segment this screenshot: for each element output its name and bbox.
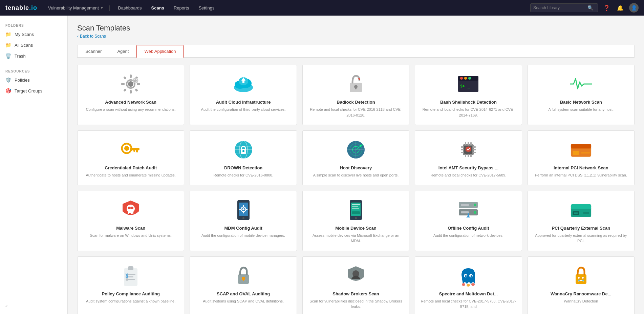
template-credentialed-patch[interactable]: Credentialed Patch Audit Authenticate to…	[77, 130, 184, 185]
svg-rect-3	[121, 83, 125, 85]
template-name: Bash Shellshock Detection	[440, 100, 497, 105]
template-desc: Remote and local checks for CVE-2017-568…	[430, 172, 506, 178]
sidebar-item-target-groups[interactable]: 🎯 Target Groups	[0, 85, 67, 96]
template-name: Policy Compliance Auditing	[102, 291, 159, 296]
template-icon-drown	[233, 139, 254, 161]
svg-rect-1	[130, 75, 132, 78]
tab-agent[interactable]: Agent	[109, 45, 136, 58]
svg-rect-20	[355, 87, 357, 89]
templates-grid: Advanced Network Scan Configure a scan w…	[77, 65, 635, 314]
template-mobile-device[interactable]: Mobile Device Scan Assess mobile devices…	[302, 191, 409, 251]
svg-point-24	[460, 77, 463, 80]
svg-rect-52	[468, 154, 469, 157]
library-search[interactable]: 🔍	[530, 3, 598, 12]
svg-rect-2	[130, 90, 132, 93]
svg-rect-55	[461, 149, 464, 150]
logo[interactable]: tenable.io	[5, 4, 37, 12]
svg-rect-58	[473, 149, 476, 150]
nav-settings[interactable]: Settings	[194, 0, 219, 16]
template-icon-cloud	[233, 73, 254, 95]
tab-scanner[interactable]: Scanner	[78, 45, 109, 58]
target-icon: 🎯	[5, 88, 11, 93]
template-icon-chip	[457, 139, 479, 161]
template-icon-phone	[345, 199, 367, 221]
svg-rect-98	[571, 208, 591, 209]
svg-rect-83	[352, 204, 360, 205]
svg-rect-85	[352, 208, 359, 209]
template-name: MDM Config Audit	[224, 226, 262, 231]
notifications-icon[interactable]: 🔔	[616, 3, 625, 13]
template-spectre-meltdown[interactable]: Spectre and Meltdown Det... Remote and l…	[415, 256, 522, 314]
svg-point-117	[465, 275, 467, 277]
svg-rect-113	[243, 278, 244, 281]
svg-rect-59	[473, 152, 476, 153]
search-icon[interactable]: 🔍	[587, 5, 593, 11]
template-name: Badlock Detection	[337, 100, 375, 105]
svg-rect-61	[571, 144, 591, 148]
template-basic-network[interactable]: Basic Network Scan A full system scan su…	[528, 65, 635, 125]
svg-point-87	[355, 217, 357, 219]
template-internal-pci[interactable]: Internal PCI Network Scan Perform an int…	[528, 130, 635, 185]
template-desc: WannaCry Detection	[564, 298, 598, 304]
svg-rect-17	[242, 80, 244, 83]
nav-dashboards[interactable]: Dashboards	[113, 0, 146, 16]
svg-rect-62	[571, 148, 591, 148]
template-scap-oval[interactable]: SCAP and OVAL Auditing Audit systems usi…	[190, 256, 297, 314]
template-malware[interactable]: Malware Scan Scan for malware on Windows…	[77, 191, 184, 251]
svg-rect-93	[461, 211, 469, 213]
template-offline-config[interactable]: Offline Config Audit Audit the configura…	[415, 191, 522, 251]
template-intel-amt[interactable]: Intel AMT Security Bypass ... Remote and…	[415, 130, 522, 185]
template-audit-cloud[interactable]: Audit Cloud Infrastructure Audit the con…	[190, 65, 297, 125]
template-shadow-brokers[interactable]: Shadow Brokers Scan Scan for vulnerabili…	[302, 256, 409, 314]
template-drown[interactable]: DROWN Detection Remote checks for CVE-20…	[190, 130, 297, 185]
template-host-discovery[interactable]: Host Discovery A simple scan to discover…	[302, 130, 409, 185]
help-icon[interactable]: ❓	[602, 3, 611, 13]
product-dropdown[interactable]: Vulnerability Management ▼	[45, 5, 106, 11]
svg-point-26	[468, 77, 471, 80]
svg-rect-86	[352, 211, 360, 214]
sidebar-item-policies[interactable]: 🛡️ Policies	[0, 75, 67, 85]
template-name: Internal PCI Network Scan	[554, 165, 608, 170]
search-input[interactable]	[533, 5, 587, 10]
tab-web-application[interactable]: Web Application	[136, 45, 184, 58]
app-body: FOLDERS 📁 My Scans 📁 All Scans 🗑️ Trash …	[0, 16, 644, 314]
svg-point-91	[474, 211, 476, 214]
template-name: Advanced Network Scan	[105, 100, 156, 105]
template-name: Basic Network Scan	[560, 100, 602, 105]
template-name: Shadow Brokers Scan	[332, 291, 379, 296]
nav-reports[interactable]: Reports	[169, 0, 194, 16]
sidebar-item-trash[interactable]: 🗑️ Trash	[0, 50, 67, 61]
main-content: Scan Templates ‹ Back to Scans Scanner A…	[68, 16, 644, 314]
template-badlock[interactable]: Badlock Detection Remote and local check…	[302, 65, 409, 125]
svg-text:$> _: $> _	[460, 84, 470, 88]
template-shellshock[interactable]: $> _ Bash Shellshock Detection Remote an…	[415, 65, 522, 125]
template-icon-credit-card	[570, 139, 592, 161]
template-mdm-config[interactable]: MDM Config Audit Audit the configuration…	[190, 191, 297, 251]
template-policy-compliance[interactable]: Policy Compliance Auditing Audit system …	[77, 256, 184, 314]
sidebar-item-my-scans[interactable]: 📁 My Scans	[0, 29, 67, 40]
back-to-scans-link[interactable]: ‹ Back to Scans	[77, 34, 635, 39]
back-chevron-icon: ‹	[77, 34, 79, 39]
template-icon-clipboard	[120, 265, 142, 287]
template-icon-pci-card	[570, 199, 592, 221]
svg-rect-5	[123, 76, 127, 80]
shield-icon: 🛡️	[5, 77, 11, 83]
template-desc: Remote and local checks for CVE-2014-627…	[421, 107, 516, 118]
template-pci-quarterly[interactable]: PCI Quarterly External Scan Approved for…	[528, 191, 635, 251]
svg-rect-7	[123, 88, 127, 92]
template-icon-lock-broken	[345, 73, 367, 95]
sidebar-collapse-btn[interactable]: «	[0, 301, 13, 311]
nav-scans[interactable]: Scans	[147, 0, 169, 16]
template-desc: Audit the configuration of network devic…	[433, 233, 503, 238]
template-wannacry[interactable]: WannaCry Ransomware De... WannaCry Detec…	[528, 256, 635, 314]
template-advanced-network-scan[interactable]: Advanced Network Scan Configure a scan w…	[77, 65, 184, 125]
template-icon-malware	[120, 199, 142, 221]
template-name: Credentialed Patch Audit	[105, 165, 157, 170]
template-icon-shadow	[345, 265, 367, 287]
svg-rect-8	[135, 88, 138, 92]
folder-icon: 📁	[5, 42, 11, 48]
sidebar-item-all-scans[interactable]: 📁 All Scans	[0, 40, 67, 50]
svg-point-75	[242, 208, 244, 210]
user-avatar[interactable]: 👤	[629, 3, 639, 13]
template-name: Mobile Device Scan	[335, 226, 376, 231]
